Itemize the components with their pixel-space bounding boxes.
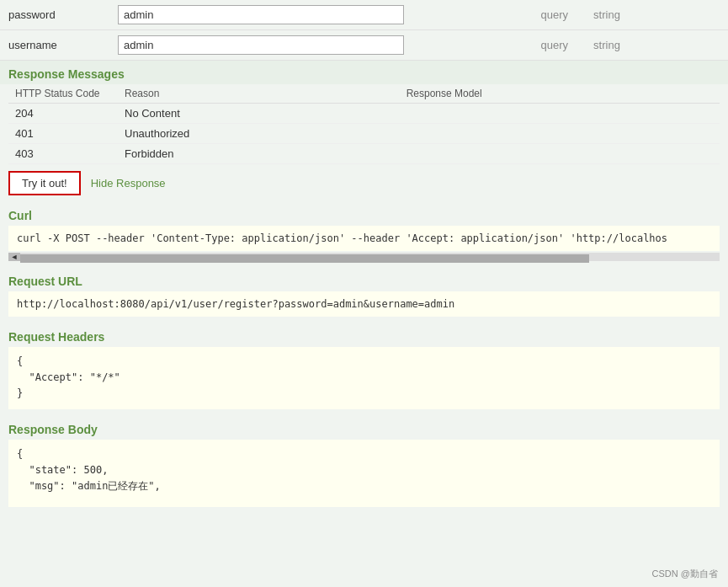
response-body-section: Response Body { "state": 500, "msg": "ad… <box>0 416 728 514</box>
body-line-3: "msg": "admin已经存在", <box>17 478 711 494</box>
reason-204: No Content <box>118 104 400 124</box>
status-code-403: 403 <box>8 144 118 164</box>
response-table-header: HTTP Status Code Reason Response Model <box>8 84 720 104</box>
body-line-2: "state": 500, <box>17 462 711 478</box>
body-line-1: { <box>17 446 711 462</box>
scrollbar-left-arrow[interactable]: ◄ <box>8 253 20 261</box>
response-body-box: { "state": 500, "msg": "admin已经存在", <box>8 440 720 507</box>
headers-line-1: { <box>17 354 711 370</box>
param-datatype-username: string <box>585 30 728 61</box>
status-code-204: 204 <box>8 104 118 124</box>
status-code-401: 401 <box>8 124 118 144</box>
scrollbar-thumb <box>20 254 589 263</box>
param-name-password: password <box>0 0 109 30</box>
param-type-username: query <box>412 30 585 61</box>
curl-section: Curl curl -X POST --header 'Content-Type… <box>0 202 728 268</box>
hide-response-link[interactable]: Hide Response <box>91 177 166 189</box>
col-reason: Reason <box>118 84 400 104</box>
table-row: 403 Forbidden <box>8 144 720 164</box>
request-url-box: http://localhost:8080/api/v1/user/regist… <box>8 291 720 317</box>
username-input[interactable] <box>118 35 404 55</box>
request-headers-section: Request Headers { "Accept": "*/*" } <box>0 323 728 416</box>
model-403 <box>400 144 720 164</box>
watermark: CSDN @勤自省 <box>652 568 718 580</box>
request-headers-box: { "Accept": "*/*" } <box>8 347 720 409</box>
response-messages-title: Response Messages <box>0 61 728 84</box>
password-input[interactable] <box>118 5 404 24</box>
model-401 <box>400 124 720 144</box>
param-name-username: username <box>0 30 109 61</box>
param-type-password: query <box>412 0 585 30</box>
table-row: username query string <box>0 30 728 61</box>
main-container: password query string username query str… <box>0 0 728 587</box>
headers-line-2: "Accept": "*/*" <box>17 370 711 386</box>
table-row: 204 No Content <box>8 104 720 124</box>
scrollbar-area[interactable]: ◄ <box>8 253 720 261</box>
param-datatype-password: string <box>585 0 728 30</box>
request-headers-title: Request Headers <box>8 327 720 347</box>
table-row: 401 Unauthorized <box>8 124 720 144</box>
response-body-title: Response Body <box>8 419 720 440</box>
response-table: HTTP Status Code Reason Response Model 2… <box>8 84 720 164</box>
headers-line-3: } <box>17 386 711 402</box>
table-row: password query string <box>0 0 728 30</box>
model-204 <box>400 104 720 124</box>
params-table: password query string username query str… <box>0 0 728 61</box>
request-url-title: Request URL <box>8 271 720 291</box>
try-it-button[interactable]: Try it out! <box>8 171 81 195</box>
response-messages-section: HTTP Status Code Reason Response Model 2… <box>0 84 728 164</box>
curl-title: Curl <box>8 205 720 226</box>
col-response-model: Response Model <box>400 84 720 104</box>
curl-box: curl -X POST --header 'Content-Type: app… <box>8 226 720 251</box>
request-url-section: Request URL http://localhost:8080/api/v1… <box>0 268 728 323</box>
reason-401: Unauthorized <box>118 124 400 144</box>
reason-403: Forbidden <box>118 144 400 164</box>
try-it-area: Try it out! Hide Response <box>0 164 728 202</box>
col-status-code: HTTP Status Code <box>8 84 118 104</box>
